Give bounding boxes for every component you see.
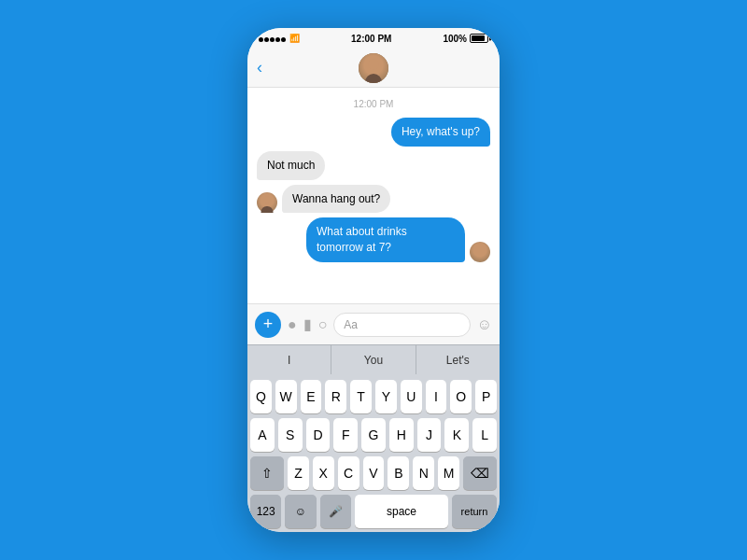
key-v[interactable]: V — [363, 456, 385, 490]
key-t[interactable]: T — [350, 380, 372, 413]
received-bubble: Wanna hang out? — [282, 185, 390, 214]
keyboard-row-3: ⇧ Z X C V B N M ⌫ — [250, 456, 497, 490]
camera-icon[interactable]: ● — [288, 316, 297, 333]
key-m[interactable]: M — [438, 456, 459, 490]
sender-avatar-small — [257, 192, 277, 213]
key-h[interactable]: H — [389, 418, 414, 452]
message-input[interactable]: Aa — [333, 313, 470, 337]
pred-word-1[interactable]: I — [247, 345, 331, 374]
sent-bubble: What about drinks tomorrow at 7? — [306, 217, 465, 262]
key-d[interactable]: D — [306, 418, 331, 452]
wifi-icon: 📶 — [289, 34, 300, 43]
message-row: What about drinks tomorrow at 7? — [257, 217, 490, 262]
received-bubble: Not much — [257, 151, 325, 180]
dictation-key[interactable]: 🎤 — [320, 495, 351, 528]
message-row: Not much — [257, 151, 490, 180]
input-placeholder: Aa — [344, 318, 358, 331]
keyboard-row-1: Q W E R T Y U I O P — [250, 380, 497, 413]
key-e[interactable]: E — [301, 380, 322, 413]
contact-avatar[interactable] — [359, 53, 388, 83]
chat-timestamp: 12:00 PM — [257, 99, 490, 109]
key-y[interactable]: Y — [375, 380, 397, 413]
keyboard-row-4: 123 ☺ 🎤 space return — [250, 495, 497, 528]
emoji-button[interactable]: ☺ — [477, 316, 492, 333]
pred-word-3[interactable]: Let's — [416, 345, 500, 374]
key-s[interactable]: S — [278, 418, 303, 452]
key-w[interactable]: W — [275, 380, 297, 413]
key-x[interactable]: X — [313, 456, 334, 490]
emoji-key[interactable]: ☺ — [285, 495, 316, 528]
battery-percent: 100% — [443, 34, 467, 44]
add-button[interactable]: + — [255, 312, 281, 338]
status-time: 12:00 PM — [351, 34, 391, 44]
key-z[interactable]: Z — [288, 456, 309, 490]
mic-icon[interactable]: ○ — [318, 316, 328, 333]
status-right: 100% — [443, 34, 488, 44]
key-r[interactable]: R — [325, 380, 346, 413]
message-row: Wanna hang out? — [257, 185, 490, 214]
pred-word-2[interactable]: You — [331, 345, 416, 374]
my-avatar-small — [470, 242, 490, 262]
keyboard-row-2: A S D F G H J K L — [250, 418, 497, 452]
shift-key[interactable]: ⇧ — [250, 456, 284, 490]
key-b[interactable]: B — [388, 456, 409, 490]
status-bar: 📶 12:00 PM 100% — [247, 28, 500, 49]
input-bar: + ● ▮ ○ Aa ☺ — [247, 303, 500, 344]
space-key[interactable]: space — [355, 495, 448, 528]
key-u[interactable]: U — [401, 380, 422, 413]
nav-bar: ‹ — [247, 49, 500, 88]
key-n[interactable]: N — [413, 456, 434, 490]
signal-dots — [259, 34, 287, 44]
keyboard: Q W E R T Y U I O P A S D F G H J K L ⇧ … — [247, 374, 500, 532]
key-c[interactable]: C — [338, 456, 359, 490]
back-button[interactable]: ‹ — [257, 58, 262, 77]
predictive-bar: I You Let's — [247, 344, 500, 374]
key-p[interactable]: P — [475, 380, 497, 413]
return-key[interactable]: return — [452, 495, 497, 528]
key-o[interactable]: O — [450, 380, 472, 413]
battery-fill — [472, 35, 485, 41]
key-f[interactable]: F — [333, 418, 358, 452]
chat-area: 12:00 PM Hey, what's up? Not much Wanna … — [247, 88, 500, 303]
key-a[interactable]: A — [250, 418, 275, 452]
backspace-key[interactable]: ⌫ — [463, 456, 497, 490]
key-q[interactable]: Q — [250, 380, 272, 413]
status-left: 📶 — [259, 34, 300, 44]
sent-bubble: Hey, what's up? — [391, 118, 490, 147]
key-k[interactable]: K — [444, 418, 469, 452]
phone-frame: 📶 12:00 PM 100% ‹ 12:00 PM Hey, what's u… — [247, 28, 500, 532]
key-j[interactable]: J — [417, 418, 442, 452]
message-row: Hey, what's up? — [257, 118, 490, 147]
photo-icon[interactable]: ▮ — [303, 315, 312, 333]
avatar-face — [359, 53, 388, 83]
numbers-key[interactable]: 123 — [250, 495, 281, 528]
key-i[interactable]: I — [426, 380, 447, 413]
battery-icon — [470, 34, 488, 43]
key-g[interactable]: G — [361, 418, 386, 452]
key-l[interactable]: L — [472, 418, 497, 452]
